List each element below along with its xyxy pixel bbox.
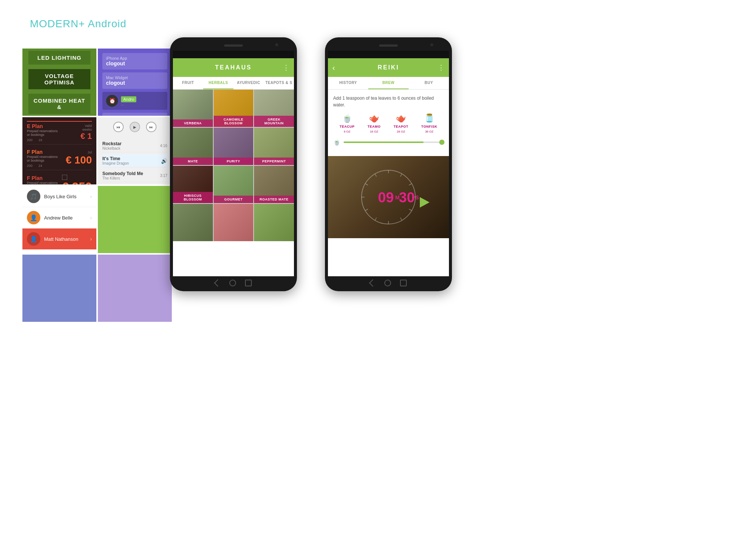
list-item-2[interactable]: 👤 Andrew Belle › [22, 207, 96, 228]
list-item-1[interactable]: 🎵 Boys Like Girls › [22, 186, 96, 207]
svg-line-6 [400, 218, 402, 220]
reiki-menu-icon[interactable]: ⋮ [438, 63, 444, 72]
vessel-teacup[interactable]: 🍵 TEACUP 6 OZ [340, 113, 354, 133]
slider-thumb[interactable] [439, 140, 444, 145]
phone-camera-2 [430, 43, 433, 46]
tea-grid: VERBENA CAMOMILEBLOSSOM GREEKMOUNTAIN MA… [173, 90, 294, 241]
vessel-teamo[interactable]: 🫖 TEAMO 16 OZ [368, 113, 381, 133]
reiki-description: Add 1 teaspoon of tea leaves to 6 ounces… [333, 95, 444, 108]
svg-text:S: S [415, 195, 419, 200]
svg-text:09: 09 [378, 190, 394, 205]
nav-back-2[interactable] [369, 279, 376, 287]
tea-gourmet[interactable]: GOURMET [214, 166, 254, 203]
tab-brew[interactable]: BREW [368, 77, 409, 89]
phone-reiki: ‹ REIKI ⋮ HISTORY BREW BUY Add 1 teaspoo… [325, 37, 452, 291]
tea-roasted-mate[interactable]: ROASTED MATE [254, 166, 294, 203]
tab-history[interactable]: HISTORY [328, 77, 368, 89]
tea-purity[interactable]: PURITY [214, 128, 254, 165]
status-bar-2 [328, 51, 449, 58]
phone-speaker-2 [379, 44, 398, 47]
svg-line-5 [409, 209, 412, 211]
next-button[interactable]: ⏭ [146, 122, 156, 132]
teahaus-menu-icon[interactable]: ⋮ [283, 63, 289, 72]
tonfisk-icon: 🫙 [424, 113, 434, 123]
track-row-1: Rockstar Nickelback 4:16 [102, 140, 167, 152]
phone-camera-1 [275, 43, 278, 46]
tab-fruit[interactable]: FRUIT [173, 77, 203, 89]
speaker-icon: 🔊 [161, 158, 167, 164]
tea-peppermint[interactable]: PEPPERMINT [254, 128, 294, 165]
reiki-back-button[interactable]: ‹ [332, 63, 335, 72]
svg-line-3 [409, 184, 412, 185]
page-title: MODERN+ Android [30, 18, 127, 30]
play-button[interactable]: ▶ [130, 122, 140, 132]
nav-home-2[interactable] [384, 280, 391, 286]
chevron-icon-3: › [90, 236, 92, 242]
tab-ayurvedic[interactable]: AYURVEDIC [233, 77, 264, 89]
list-item-4[interactable]: 👤 Needtobreathe › [22, 250, 96, 253]
svg-line-8 [375, 218, 376, 220]
plan-row-2: F Plan Prepaid reservations or bookings … [27, 147, 92, 170]
tile-app: iPhone App clogout Mac Widget clogout ⏰ … [98, 49, 172, 116]
timer-section: 09 M 30 S [328, 156, 449, 238]
teapot-icon: 🫖 [396, 113, 406, 123]
svg-line-2 [400, 174, 402, 177]
svg-text:30: 30 [399, 190, 415, 205]
tea-hibiscus[interactable]: HIBISCUSBLOSSOM [173, 166, 213, 203]
reiki-tabs: HISTORY BREW BUY [328, 77, 449, 90]
led-row-2: VOLTAGE OPTIMISA [28, 69, 90, 89]
timer-ticks: 09 M 30 S [328, 156, 449, 238]
tile-plan: E Plan Prepaid reservations or bookings … [22, 117, 96, 184]
svg-line-9 [365, 209, 368, 211]
nav-back-1[interactable] [214, 279, 221, 287]
plan-row-1: E Plan Prepaid reservations or bookings … [27, 121, 92, 144]
reiki-title: REIKI [378, 64, 399, 71]
reiki-screen: ‹ REIKI ⋮ HISTORY BREW BUY Add 1 teaspoo… [328, 51, 449, 276]
left-panel: LED LIGHTING VOLTAGE OPTIMISA COMBINED H… [22, 49, 172, 322]
teahaus-screen: TEAHAUS ⋮ FRUIT HERBALS AYURVEDIC TEAPOT… [173, 51, 294, 276]
tea-extra-1[interactable] [173, 204, 213, 241]
reiki-header: ‹ REIKI ⋮ [328, 58, 449, 77]
avatar-3: 👤 [27, 232, 40, 246]
teacup-icon: 🍵 [342, 113, 352, 123]
tab-herbals[interactable]: HERBALS [203, 77, 233, 89]
app-card-2: Mac Widget clogout [102, 72, 167, 89]
tile-mauve [98, 255, 172, 322]
avatar-2: 👤 [27, 211, 40, 224]
vessel-row: 🍵 TEACUP 6 OZ 🫖 TEAMO 16 OZ 🫖 TEAPOT 28 … [333, 113, 444, 133]
teahaus-title: TEAHAUS [215, 64, 252, 71]
tab-buy[interactable]: BUY [409, 77, 449, 89]
app-thumb: ⏰ [106, 95, 118, 107]
phone-body-1: TEAHAUS ⋮ FRUIT HERBALS AYURVEDIC TEAPOT… [170, 37, 297, 291]
tile-led: LED LIGHTING VOLTAGE OPTIMISA COMBINED H… [22, 49, 96, 116]
status-bar-1 [173, 51, 294, 58]
reiki-content: Add 1 teaspoon of tea leaves to 6 ounces… [328, 90, 449, 156]
tea-extra-3[interactable] [254, 204, 294, 241]
tea-camomile[interactable]: CAMOMILEBLOSSOM [214, 90, 254, 127]
nav-recent-2[interactable] [400, 280, 407, 286]
app-card-1: iPhone App clogout [102, 53, 167, 69]
app-card-4: Website internet [102, 113, 167, 116]
tile-music-list: 🎵 Boys Like Girls › 👤 Andrew Belle › 👤 M… [22, 186, 96, 253]
tea-verbena[interactable]: VERBENA [173, 90, 213, 127]
svg-line-11 [365, 184, 368, 185]
amount-slider[interactable] [344, 141, 444, 143]
tea-greek-mountain[interactable]: GREEKMOUNTAIN [254, 90, 294, 127]
nav-recent-1[interactable] [245, 280, 252, 286]
track-row-3: Somebody Told Me The Killers 3:17 [102, 169, 167, 182]
amount-slider-row: 🍵 [333, 139, 444, 146]
phone-teahaus: TEAHAUS ⋮ FRUIT HERBALS AYURVEDIC TEAPOT… [170, 37, 297, 291]
tea-extra-2[interactable] [214, 204, 254, 241]
nav-home-1[interactable] [229, 280, 236, 286]
tile-music-player: ⏮ ▶ ⏭ Rockstar Nickelback 4:16 It's Time… [98, 117, 172, 184]
track-row-2: It's Time Imagine Dragon 🔊 [102, 155, 167, 167]
tea-mate[interactable]: MATE [173, 128, 213, 165]
phone-top-bar-2 [328, 42, 449, 49]
plan-row-3: F Plan Prepaid reservations or bookings … [27, 172, 92, 184]
prev-button[interactable]: ⏮ [113, 122, 124, 132]
chevron-icon-2: › [90, 215, 92, 221]
vessel-teapot[interactable]: 🫖 TEAPOT 28 OZ [394, 113, 409, 133]
tab-teapots[interactable]: TEAPOTS & S [264, 77, 294, 89]
list-item-3[interactable]: 👤 Matt Nathanson › [22, 228, 96, 250]
vessel-tonfisk[interactable]: 🫙 TONFISK 36 OZ [421, 113, 437, 133]
